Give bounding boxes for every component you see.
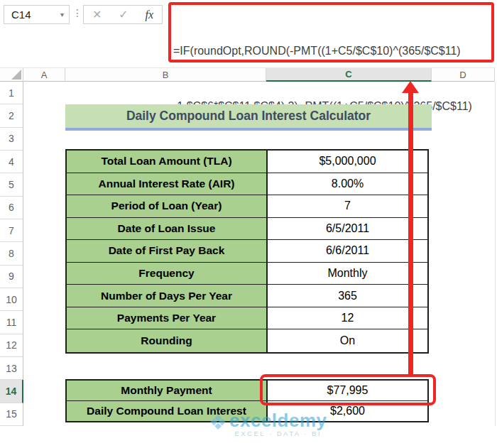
column-header-b[interactable]: B — [65, 67, 266, 82]
column-header-c[interactable]: C — [266, 67, 432, 82]
cell-label[interactable]: Date of First Pay Back — [67, 240, 268, 263]
title-underline — [65, 128, 432, 131]
enter-icon[interactable]: ✓ — [119, 8, 128, 21]
row-header-3[interactable]: 3 — [0, 128, 23, 151]
cell-value[interactable]: 12 — [268, 307, 427, 330]
row-header-7[interactable]: 7 — [0, 219, 23, 242]
column-header-d[interactable]: D — [432, 67, 495, 82]
formula-bar-divider-icon: ⋮ — [72, 7, 82, 18]
cell-label[interactable]: Date of Loan Issue — [67, 218, 268, 241]
input-table: Total Loan Amount (TLA) $5,000,000 Annua… — [65, 149, 429, 354]
cell-label[interactable]: Monthly Payment — [67, 381, 268, 401]
cell-value[interactable]: 6/6/2011 — [268, 240, 427, 263]
exceldemy-logo-icon: ❖ — [209, 412, 227, 433]
select-all-icon[interactable] — [11, 70, 21, 80]
cell-value[interactable]: 6/5/2011 — [268, 218, 427, 241]
cell-label[interactable]: Frequency — [67, 263, 268, 285]
cell-value[interactable]: 7 — [268, 195, 427, 218]
name-box[interactable]: C14 ▾ — [4, 5, 70, 24]
formula-line: =IF(roundOpt,ROUND(-PMT((1+C5/$C$10)^(36… — [173, 42, 490, 60]
row-header-12[interactable]: 12 — [0, 334, 23, 357]
excel-window: C14 ▾ ⋮ ✕ ✓ fx =IF(roundOpt,ROUND(-PMT((… — [0, 0, 497, 448]
cell-label[interactable]: Period of Loan (Year) — [67, 195, 268, 218]
watermark-tagline: EXCEL · DATA · BI — [229, 430, 327, 437]
row-header-9[interactable]: 9 — [0, 266, 23, 288]
column-header-a[interactable]: A — [23, 67, 65, 82]
row-header-15[interactable]: 15 — [0, 403, 23, 426]
row-header-5[interactable]: 5 — [0, 173, 23, 196]
cell-highlight-box — [260, 374, 436, 405]
page-title: Daily Compound Loan Interest Calculator — [126, 109, 371, 124]
formula-bar-buttons: ✕ ✓ fx — [83, 5, 163, 24]
title-cell[interactable]: Daily Compound Loan Interest Calculator — [65, 104, 432, 128]
row-header-column: 1 2 3 4 5 6 7 8 9 10 11 12 13 14 15 — [0, 82, 23, 426]
cell-value[interactable]: 8.00% — [268, 173, 427, 196]
cell-value[interactable]: $5,000,000 — [268, 151, 427, 173]
insert-function-icon[interactable]: fx — [146, 9, 154, 21]
row-header-1[interactable]: 1 — [0, 82, 23, 104]
cell-value[interactable]: On — [268, 329, 427, 352]
watermark-name: exceldemy — [229, 412, 327, 429]
cell-label[interactable]: Payments Per Year — [67, 307, 268, 330]
row-header-14[interactable]: 14 — [0, 380, 23, 403]
cell-value[interactable]: 365 — [268, 285, 427, 307]
row-header-8[interactable]: 8 — [0, 242, 23, 265]
annotation-arrow-head-icon — [402, 81, 419, 93]
row-header-4[interactable]: 4 — [0, 151, 23, 173]
row-header-6[interactable]: 6 — [0, 197, 23, 219]
annotation-arrow-line — [408, 92, 413, 376]
cell-label[interactable]: Annual Interest Rate (AIR) — [67, 173, 268, 196]
gridline — [495, 82, 496, 426]
row-header-11[interactable]: 11 — [0, 311, 23, 334]
watermark: ❖ exceldemy EXCEL · DATA · BI — [209, 412, 327, 437]
cell-label[interactable]: Number of Days Per Year — [67, 285, 268, 307]
select-all-corner[interactable] — [0, 67, 23, 82]
cell-label[interactable]: Total Loan Amount (TLA) — [67, 151, 268, 173]
name-box-dropdown-icon[interactable]: ▾ — [60, 11, 69, 18]
row-header-10[interactable]: 10 — [0, 288, 23, 311]
name-box-value[interactable]: C14 — [4, 9, 60, 21]
row-header-2[interactable]: 2 — [0, 104, 23, 127]
cell-label[interactable]: Rounding — [67, 329, 268, 352]
row-header-13[interactable]: 13 — [0, 357, 23, 380]
cell-value[interactable]: Monthly — [268, 263, 427, 285]
cancel-icon[interactable]: ✕ — [92, 8, 102, 21]
